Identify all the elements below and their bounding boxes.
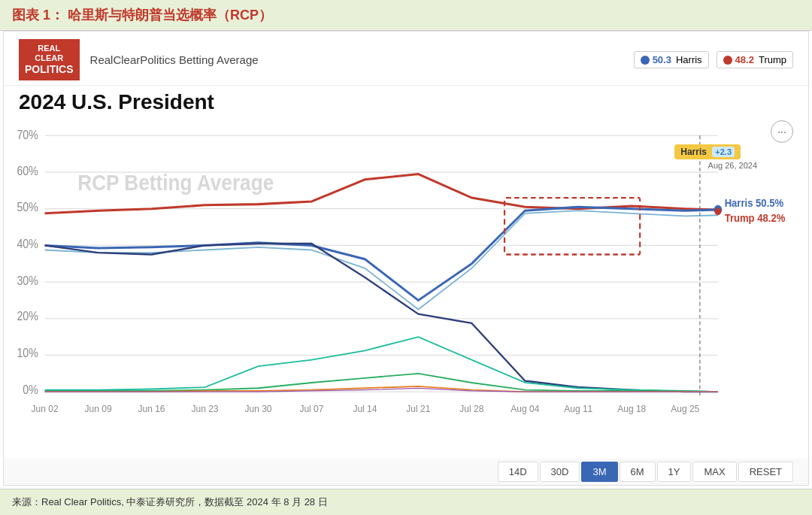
svg-text:10%: 10% — [17, 346, 38, 359]
svg-text:50%: 50% — [17, 201, 38, 214]
page-container: 图表 1： 哈里斯与特朗普当选概率（RCP） REAL CLEAR POLITI… — [0, 0, 812, 515]
other-blue-line — [45, 244, 718, 392]
svg-text:Aug 04: Aug 04 — [511, 402, 539, 414]
chart-svg: 70% 60% 50% 40% 30% 20% 10% 0% RCP Betti… — [4, 117, 808, 429]
harris-legend-label: Harris — [676, 54, 702, 65]
chart-main-title: 2024 U.S. President — [19, 90, 793, 114]
svg-text:Jul 07: Jul 07 — [299, 402, 323, 414]
footer-text: 来源：Real Clear Politics, 中泰证券研究所，数据截至 202… — [12, 496, 328, 507]
svg-text:Jul 21: Jul 21 — [406, 402, 430, 414]
harris-diff: +2.3 — [712, 147, 735, 157]
svg-text:Aug 18: Aug 18 — [617, 402, 646, 414]
header-subtitle: RealClearPolitics Betting Average — [90, 53, 634, 66]
footer-bar: 来源：Real Clear Politics, 中泰证券研究所，数据截至 202… — [0, 489, 812, 515]
svg-text:Aug 25: Aug 25 — [671, 402, 699, 414]
svg-text:Harris 50.5%: Harris 50.5% — [725, 197, 784, 210]
svg-text:70%: 70% — [17, 129, 38, 142]
light-blue-line — [45, 211, 718, 309]
logo-line1: REAL — [25, 44, 74, 53]
chart-subtitle-area: 2024 U.S. President — [4, 86, 808, 117]
btn-30d[interactable]: 30D — [540, 462, 580, 482]
main-content: REAL CLEAR POLITICS RealClearPolitics Be… — [3, 31, 809, 486]
trump-legend-label: Trump — [759, 54, 786, 65]
svg-text:30%: 30% — [17, 274, 38, 287]
btn-max[interactable]: MAX — [692, 462, 736, 482]
trump-legend-score: 48.2 — [735, 54, 754, 65]
logo-line3: POLITICS — [25, 63, 74, 76]
harris-legend-item: 50.3 Harris — [634, 51, 709, 68]
logo-line2: CLEAR — [25, 53, 74, 63]
svg-text:60%: 60% — [17, 164, 38, 177]
btn-14d[interactable]: 14D — [498, 462, 538, 482]
trump-legend-item: 48.2 Trump — [717, 51, 793, 68]
svg-text:Jun 16: Jun 16 — [138, 402, 165, 414]
svg-text:40%: 40% — [17, 237, 38, 250]
svg-text:Jun 23: Jun 23 — [191, 402, 218, 414]
btn-1y[interactable]: 1Y — [657, 462, 692, 482]
svg-text:Jun 02: Jun 02 — [32, 402, 59, 414]
svg-text:RCP Betting Average: RCP Betting Average — [77, 171, 274, 195]
title-bar: 图表 1： 哈里斯与特朗普当选概率（RCP） — [0, 0, 812, 31]
date-badge: Aug 26, 2024 — [708, 161, 757, 170]
chart-legend: 50.3 Harris 48.2 Trump — [634, 51, 793, 68]
btn-3m[interactable]: 3M — [581, 462, 617, 482]
harris-badge-label: Harris — [680, 147, 707, 157]
harris-badge: Harris +2.3 — [674, 144, 741, 159]
btn-6m[interactable]: 6M — [620, 462, 656, 482]
chart-header: REAL CLEAR POLITICS RealClearPolitics Be… — [4, 32, 808, 86]
rcp-logo: REAL CLEAR POLITICS — [19, 39, 80, 80]
trump-legend-dot — [723, 56, 732, 65]
svg-text:Jul 14: Jul 14 — [353, 402, 377, 414]
svg-text:Jun 30: Jun 30 — [244, 402, 271, 414]
harris-legend-score: 50.3 — [653, 54, 671, 65]
svg-text:Aug 11: Aug 11 — [564, 402, 592, 414]
svg-text:20%: 20% — [17, 310, 38, 323]
chart-area: ··· Harris +2.3 Aug 26, 2024 70% 60% 50%… — [4, 117, 808, 459]
svg-text:Jul 28: Jul 28 — [459, 402, 483, 414]
svg-text:Jun 09: Jun 09 — [85, 402, 112, 414]
time-controls: 14D 30D 3M 6M 1Y MAX RESET — [4, 459, 808, 485]
svg-text:0%: 0% — [23, 383, 38, 396]
btn-reset[interactable]: RESET — [738, 462, 793, 482]
cyan-line — [45, 337, 718, 392]
page-title: 图表 1： 哈里斯与特朗普当选概率（RCP） — [12, 6, 272, 24]
harris-legend-dot — [641, 56, 650, 65]
svg-text:Trump 48.2%: Trump 48.2% — [725, 211, 786, 224]
trump-end-dot — [715, 208, 722, 216]
